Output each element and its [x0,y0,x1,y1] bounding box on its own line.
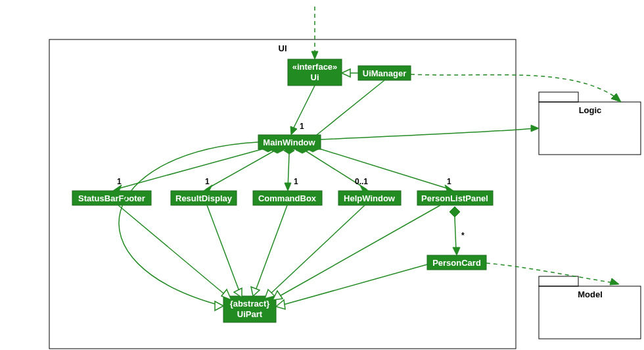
person-list-panel-name: PersonListPanel [421,193,488,203]
mult-ui-main: 1 [300,122,304,131]
ui-name: Ui [311,72,319,82]
mult-main-result: 1 [205,177,210,186]
edge-mainwindow-to-logic [321,125,539,139]
node-ui-interface: «interface» Ui [288,59,342,86]
edge-personcard-to-model [486,263,619,285]
node-person-card: PersonCard [427,255,486,270]
package-model: Model [539,276,641,339]
node-person-list-panel: PersonListPanel [417,191,493,205]
svg-marker-24 [285,183,291,191]
svg-rect-1 [539,92,578,102]
edge-main-to-helpwindow: 0..1 [296,147,369,192]
ui-part-stereotype: {abstract} [230,299,270,309]
svg-marker-17 [611,93,621,102]
model-label: Model [578,289,603,299]
edge-plp-extends-uipart [273,205,440,300]
svg-marker-29 [449,207,460,217]
main-window-name: MainWindow [263,138,315,147]
svg-rect-3 [539,276,578,286]
person-card-name: PersonCard [432,258,481,268]
edge-plp-to-personcard: * [449,207,465,255]
mult-main-help: 0..1 [355,177,368,186]
edge-uimanager-to-mainwindow [317,80,384,135]
svg-marker-33 [221,289,231,300]
package-logic: Logic [539,92,641,155]
node-result-display: ResultDisplay [171,191,237,205]
svg-marker-14 [311,51,318,59]
node-help-window: HelpWindow [338,191,401,205]
svg-marker-35 [251,287,260,296]
logic-label: Logic [579,105,602,115]
svg-marker-16 [290,126,297,135]
edge-helpwindow-extends-uipart [265,205,365,299]
edge-statusbar-extends-uipart [118,205,231,300]
svg-marker-38 [276,300,285,309]
svg-marker-15 [342,69,350,77]
edge-main-to-personlistpanel: 1 [306,145,453,192]
node-status-bar-footer: StatusBarFooter [72,191,151,205]
edge-main-to-resultdisplay: 1 [204,147,284,191]
edge-external-to-ui [311,7,318,59]
edge-main-to-commandbox: 1 [284,147,298,191]
mult-main-status: 1 [117,177,122,186]
edge-commandbox-extends-uipart [251,205,287,296]
node-command-box: CommandBox [253,191,322,205]
result-display-name: ResultDisplay [175,193,233,203]
help-window-name: HelpWindow [344,193,396,203]
package-title: UI [279,43,287,53]
command-box-name: CommandBox [258,193,317,203]
mult-plp-card: * [461,231,465,240]
status-bar-footer-name: StatusBarFooter [78,193,145,203]
mult-main-cmd: 1 [294,177,298,186]
ui-part-name: UiPart [237,309,263,319]
edge-uimanager-realizes-ui [342,69,358,77]
svg-marker-31 [610,278,619,285]
svg-marker-18 [531,125,539,132]
ui-manager-name: UiManager [363,68,406,78]
edge-ui-to-mainwindow: 1 [290,86,315,135]
node-ui-manager: UiManager [358,66,411,80]
svg-marker-30 [453,247,460,255]
ui-stereotype: «interface» [292,62,338,72]
edge-personcard-extends-uipart [276,264,427,309]
svg-marker-32 [215,301,223,311]
mult-main-plp: 1 [447,177,451,186]
